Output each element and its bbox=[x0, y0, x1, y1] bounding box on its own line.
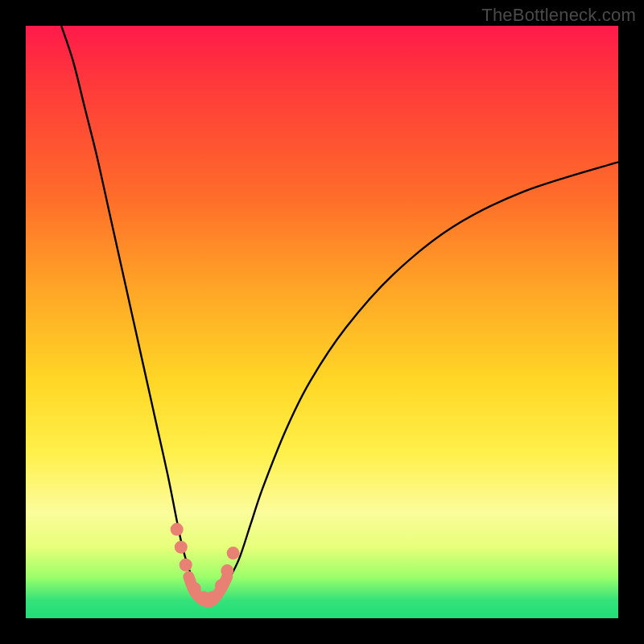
marker-dot bbox=[175, 541, 188, 554]
marker-dot bbox=[221, 564, 233, 577]
bottleneck-curve bbox=[61, 26, 618, 601]
chart-svg bbox=[26, 26, 618, 618]
marker-dot bbox=[227, 547, 240, 559]
marker-dot bbox=[215, 580, 228, 592]
marker-dots bbox=[171, 523, 240, 605]
marker-dot bbox=[171, 523, 184, 536]
watermark-text: TheBottleneck.com bbox=[481, 5, 636, 26]
marker-dot bbox=[180, 559, 192, 572]
outer-frame: TheBottleneck.com bbox=[0, 0, 644, 644]
plot-area bbox=[26, 26, 618, 618]
marker-dot bbox=[206, 591, 219, 604]
